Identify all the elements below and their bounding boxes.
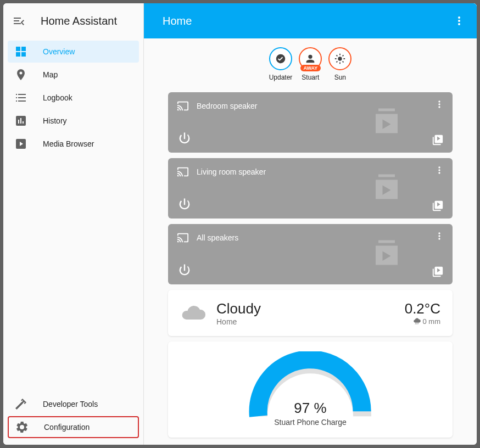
sidebar-item-developer-tools[interactable]: Developer Tools bbox=[8, 393, 139, 415]
media-title: Bedroom speaker bbox=[197, 102, 258, 110]
media-title: Living room speaker bbox=[197, 167, 266, 176]
media-art-icon bbox=[370, 236, 403, 269]
person-icon bbox=[304, 53, 316, 65]
more-icon[interactable] bbox=[434, 165, 445, 176]
play-box-icon bbox=[14, 137, 27, 150]
more-icon[interactable] bbox=[434, 231, 445, 242]
chip-updater[interactable]: Updater bbox=[269, 47, 293, 81]
weather-card[interactable]: Cloudy Home 0.2°C 0 mm bbox=[168, 290, 453, 336]
hammer-icon bbox=[14, 397, 27, 411]
chip-label: Sun bbox=[334, 74, 346, 81]
chip-label: Stuart bbox=[302, 74, 319, 81]
sidebar-item-label: History bbox=[43, 116, 67, 125]
sidebar-nav: Overview Map Logbook History Media Brows… bbox=[3, 38, 143, 391]
more-icon[interactable] bbox=[453, 14, 466, 27]
chip-label: Updater bbox=[269, 74, 293, 81]
sidebar-item-configuration[interactable]: Configuration bbox=[8, 416, 139, 438]
gauge-value: 97 % bbox=[294, 400, 326, 417]
sidebar-item-label: Configuration bbox=[44, 423, 90, 432]
sidebar-item-label: Overview bbox=[43, 47, 75, 56]
content: Updater AWAY Stuart Sun bbox=[144, 38, 477, 445]
menu-collapse-icon[interactable] bbox=[12, 14, 25, 27]
gauge-label: Stuart Phone Charge bbox=[274, 418, 347, 427]
sidebar-header: Home Assistant bbox=[3, 3, 143, 38]
media-art-icon bbox=[370, 170, 403, 203]
dashboard-icon bbox=[14, 45, 27, 58]
sidebar-item-label: Developer Tools bbox=[43, 400, 98, 408]
media-card-bedroom[interactable]: Bedroom speaker bbox=[168, 92, 453, 153]
main: Home Updater AWAY Stuart bbox=[144, 3, 477, 445]
svg-point-1 bbox=[338, 57, 342, 60]
page-title: Home bbox=[163, 15, 192, 27]
play-multiple-icon[interactable] bbox=[432, 134, 444, 146]
power-icon[interactable] bbox=[177, 262, 192, 278]
sidebar: Home Assistant Overview Map Logbook Hist… bbox=[3, 3, 144, 445]
gear-icon bbox=[15, 421, 29, 434]
play-multiple-icon[interactable] bbox=[432, 200, 444, 212]
chart-icon bbox=[14, 114, 27, 127]
cast-icon bbox=[177, 166, 189, 178]
sun-icon bbox=[334, 53, 346, 65]
svg-line-6 bbox=[337, 55, 338, 56]
more-icon[interactable] bbox=[434, 99, 445, 110]
chip-circle bbox=[328, 47, 351, 70]
cast-icon bbox=[177, 100, 189, 112]
media-art-icon bbox=[370, 104, 403, 137]
precip-icon bbox=[413, 318, 421, 326]
media-card-living-room[interactable]: Living room speaker bbox=[168, 158, 453, 219]
chip-sun[interactable]: Sun bbox=[328, 47, 351, 81]
svg-line-7 bbox=[343, 61, 344, 63]
weather-precip: 0 mm bbox=[405, 317, 440, 326]
list-icon bbox=[14, 91, 27, 104]
weather-temp: 0.2°C bbox=[405, 300, 440, 317]
sidebar-item-history[interactable]: History bbox=[8, 110, 139, 132]
power-icon[interactable] bbox=[177, 131, 192, 146]
check-circle-icon bbox=[275, 53, 287, 65]
weather-location: Home bbox=[216, 317, 261, 326]
sidebar-item-map[interactable]: Map bbox=[8, 64, 139, 86]
svg-line-9 bbox=[343, 55, 344, 56]
cast-icon bbox=[177, 232, 189, 244]
chip-circle bbox=[269, 47, 292, 70]
cards: Bedroom speaker Living room speaker bbox=[168, 92, 453, 438]
map-icon bbox=[14, 68, 27, 81]
topbar: Home bbox=[144, 3, 477, 38]
chips-row: Updater AWAY Stuart Sun bbox=[168, 47, 453, 81]
sidebar-item-logbook[interactable]: Logbook bbox=[8, 87, 139, 109]
weather-condition: Cloudy bbox=[216, 300, 261, 317]
sidebar-item-label: Media Browser bbox=[43, 139, 94, 148]
cloud-icon bbox=[180, 300, 206, 326]
play-multiple-icon[interactable] bbox=[432, 266, 444, 278]
chip-badge: AWAY bbox=[300, 65, 321, 71]
power-icon[interactable] bbox=[177, 197, 192, 212]
weather-precip-value: 0 mm bbox=[423, 317, 441, 326]
sidebar-item-label: Map bbox=[43, 70, 58, 79]
media-card-all-speakers[interactable]: All speakers bbox=[168, 224, 453, 284]
chip-stuart[interactable]: AWAY Stuart bbox=[299, 47, 322, 81]
gauge-card[interactable]: 97 % Stuart Phone Charge bbox=[168, 341, 453, 438]
sidebar-item-overview[interactable]: Overview bbox=[8, 41, 139, 63]
svg-line-8 bbox=[337, 61, 338, 63]
app-title: Home Assistant bbox=[41, 15, 117, 27]
media-title: All speakers bbox=[197, 233, 238, 242]
sidebar-item-media-browser[interactable]: Media Browser bbox=[8, 133, 139, 155]
sidebar-bottom: Developer Tools Configuration bbox=[3, 391, 143, 445]
sidebar-item-label: Logbook bbox=[43, 93, 72, 102]
